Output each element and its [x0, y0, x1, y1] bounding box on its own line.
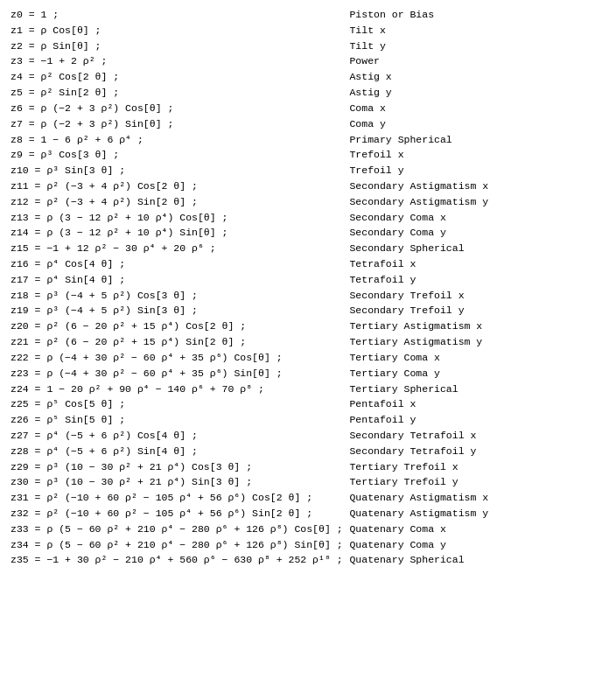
- formula-cell: z2 = ρ Sin[θ] ;: [9, 38, 347, 54]
- table-row: z27 = ρ⁴ (−5 + 6 ρ²) Cos[4 θ] ;Secondary…: [9, 428, 593, 444]
- formula-cell: z33 = ρ (5 − 60 ρ² + 210 ρ⁴ − 280 ρ⁶ + 1…: [9, 522, 347, 537]
- table-row: z2 = ρ Sin[θ] ;Tilt y: [9, 38, 593, 54]
- name-cell: Secondary Tetrafoil x: [347, 428, 593, 444]
- name-cell: Quatenary Coma y: [347, 537, 593, 553]
- table-row: z15 = −1 + 12 ρ² − 30 ρ⁴ + 20 ρ⁶ ;Second…: [9, 241, 593, 256]
- formula-cell: z23 = ρ (−4 + 30 ρ² − 60 ρ⁴ + 35 ρ⁶) Sin…: [9, 366, 347, 382]
- name-cell: Tertiary Astigmatism x: [347, 318, 593, 334]
- table-row: z9 = ρ³ Cos[3 θ] ;Trefoil x: [9, 147, 593, 163]
- name-cell: Secondary Coma x: [347, 210, 593, 226]
- formula-cell: z29 = ρ³ (10 − 30 ρ² + 21 ρ⁴) Cos[3 θ] ;: [9, 459, 347, 475]
- name-cell: Secondary Coma y: [347, 225, 593, 241]
- table-row: z1 = ρ Cos[θ] ;Tilt x: [9, 23, 593, 38]
- formula-cell: z18 = ρ³ (−4 + 5 ρ²) Cos[3 θ] ;: [9, 288, 347, 304]
- table-row: z35 = −1 + 30 ρ² − 210 ρ⁴ + 560 ρ⁶ − 630…: [9, 552, 593, 568]
- name-cell: Coma y: [347, 116, 593, 132]
- name-cell: Tetrafoil x: [347, 256, 593, 272]
- table-row: z14 = ρ (3 − 12 ρ² + 10 ρ⁴) Sin[θ] ;Seco…: [9, 225, 593, 241]
- formula-cell: z4 = ρ² Cos[2 θ] ;: [9, 69, 347, 85]
- name-cell: Tertiary Coma y: [347, 366, 593, 382]
- name-cell: Secondary Tetrafoil y: [347, 444, 593, 459]
- table-row: z22 = ρ (−4 + 30 ρ² − 60 ρ⁴ + 35 ρ⁶) Cos…: [9, 350, 593, 366]
- name-cell: Astig x: [347, 69, 593, 85]
- formula-cell: z11 = ρ² (−3 + 4 ρ²) Cos[2 θ] ;: [9, 178, 347, 194]
- formula-cell: z17 = ρ⁴ Sin[4 θ] ;: [9, 272, 347, 288]
- formula-cell: z0 = 1 ;: [9, 7, 347, 23]
- name-cell: Tertiary Coma x: [347, 350, 593, 366]
- table-row: z6 = ρ (−2 + 3 ρ²) Cos[θ] ;Coma x: [9, 101, 593, 116]
- formula-cell: z27 = ρ⁴ (−5 + 6 ρ²) Cos[4 θ] ;: [9, 428, 347, 444]
- formula-cell: z32 = ρ² (−10 + 60 ρ² − 105 ρ⁴ + 56 ρ⁶) …: [9, 506, 347, 522]
- table-row: z10 = ρ³ Sin[3 θ] ;Trefoil y: [9, 163, 593, 178]
- formula-cell: z13 = ρ (3 − 12 ρ² + 10 ρ⁴) Cos[θ] ;: [9, 210, 347, 226]
- table-row: z34 = ρ (5 − 60 ρ² + 210 ρ⁴ − 280 ρ⁶ + 1…: [9, 537, 593, 553]
- name-cell: Coma x: [347, 101, 593, 116]
- name-cell: Quatenary Spherical: [347, 552, 593, 568]
- name-cell: Tilt x: [347, 23, 593, 38]
- name-cell: Power: [347, 53, 593, 69]
- name-cell: Pentafoil y: [347, 412, 593, 428]
- name-cell: Tilt y: [347, 38, 593, 54]
- formula-cell: z30 = ρ³ (10 − 30 ρ² + 21 ρ⁴) Sin[3 θ] ;: [9, 474, 347, 490]
- table-row: z11 = ρ² (−3 + 4 ρ²) Cos[2 θ] ;Secondary…: [9, 178, 593, 194]
- formula-cell: z14 = ρ (3 − 12 ρ² + 10 ρ⁴) Sin[θ] ;: [9, 225, 347, 241]
- formula-cell: z7 = ρ (−2 + 3 ρ²) Sin[θ] ;: [9, 116, 347, 132]
- table-row: z8 = 1 − 6 ρ² + 6 ρ⁴ ;Primary Spherical: [9, 132, 593, 148]
- name-cell: Astig y: [347, 85, 593, 101]
- table-row: z23 = ρ (−4 + 30 ρ² − 60 ρ⁴ + 35 ρ⁶) Sin…: [9, 366, 593, 382]
- name-cell: Tertiary Spherical: [347, 382, 593, 397]
- name-cell: Tetrafoil y: [347, 272, 593, 288]
- table-row: z28 = ρ⁴ (−5 + 6 ρ²) Sin[4 θ] ;Secondary…: [9, 444, 593, 459]
- name-cell: Secondary Astigmatism y: [347, 194, 593, 210]
- table-row: z21 = ρ² (6 − 20 ρ² + 15 ρ⁴) Sin[2 θ] ;T…: [9, 334, 593, 350]
- name-cell: Pentafoil x: [347, 396, 593, 412]
- name-cell: Piston or Bias: [347, 7, 593, 23]
- table-row: z33 = ρ (5 − 60 ρ² + 210 ρ⁴ − 280 ρ⁶ + 1…: [9, 522, 593, 537]
- table-row: z31 = ρ² (−10 + 60 ρ² − 105 ρ⁴ + 56 ρ⁶) …: [9, 490, 593, 506]
- name-cell: Tertiary Astigmatism y: [347, 334, 593, 350]
- name-cell: Trefoil x: [347, 147, 593, 163]
- name-cell: Secondary Trefoil x: [347, 288, 593, 304]
- table-row: z18 = ρ³ (−4 + 5 ρ²) Cos[3 θ] ;Secondary…: [9, 288, 593, 304]
- formula-cell: z10 = ρ³ Sin[3 θ] ;: [9, 163, 347, 178]
- formula-cell: z24 = 1 − 20 ρ² + 90 ρ⁴ − 140 ρ⁶ + 70 ρ⁸…: [9, 382, 347, 397]
- formula-cell: z35 = −1 + 30 ρ² − 210 ρ⁴ + 560 ρ⁶ − 630…: [9, 552, 347, 568]
- table-row: z19 = ρ³ (−4 + 5 ρ²) Sin[3 θ] ;Secondary…: [9, 303, 593, 318]
- formula-cell: z34 = ρ (5 − 60 ρ² + 210 ρ⁴ − 280 ρ⁶ + 1…: [9, 537, 347, 553]
- name-cell: Secondary Spherical: [347, 241, 593, 256]
- formula-cell: z22 = ρ (−4 + 30 ρ² − 60 ρ⁴ + 35 ρ⁶) Cos…: [9, 350, 347, 366]
- name-cell: Quatenary Astigmatism x: [347, 490, 593, 506]
- table-row: z26 = ρ⁵ Sin[5 θ] ;Pentafoil y: [9, 412, 593, 428]
- name-cell: Quatenary Coma x: [347, 522, 593, 537]
- formula-cell: z15 = −1 + 12 ρ² − 30 ρ⁴ + 20 ρ⁶ ;: [9, 241, 347, 256]
- formula-cell: z16 = ρ⁴ Cos[4 θ] ;: [9, 256, 347, 272]
- table-row: z12 = ρ² (−3 + 4 ρ²) Sin[2 θ] ;Secondary…: [9, 194, 593, 210]
- name-cell: Tertiary Trefoil x: [347, 459, 593, 475]
- name-cell: Tertiary Trefoil y: [347, 474, 593, 490]
- table-row: z7 = ρ (−2 + 3 ρ²) Sin[θ] ;Coma y: [9, 116, 593, 132]
- table-row: z13 = ρ (3 − 12 ρ² + 10 ρ⁴) Cos[θ] ;Seco…: [9, 210, 593, 226]
- table-row: z4 = ρ² Cos[2 θ] ;Astig x: [9, 69, 593, 85]
- table-row: z24 = 1 − 20 ρ² + 90 ρ⁴ − 140 ρ⁶ + 70 ρ⁸…: [9, 382, 593, 397]
- table-row: z25 = ρ⁵ Cos[5 θ] ;Pentafoil x: [9, 396, 593, 412]
- table-row: z20 = ρ² (6 − 20 ρ² + 15 ρ⁴) Cos[2 θ] ;T…: [9, 318, 593, 334]
- name-cell: Secondary Trefoil y: [347, 303, 593, 318]
- formula-cell: z21 = ρ² (6 − 20 ρ² + 15 ρ⁴) Sin[2 θ] ;: [9, 334, 347, 350]
- formula-cell: z8 = 1 − 6 ρ² + 6 ρ⁴ ;: [9, 132, 347, 148]
- name-cell: Trefoil y: [347, 163, 593, 178]
- formula-cell: z3 = −1 + 2 ρ² ;: [9, 53, 347, 69]
- name-cell: Quatenary Astigmatism y: [347, 506, 593, 522]
- table-row: z17 = ρ⁴ Sin[4 θ] ;Tetrafoil y: [9, 272, 593, 288]
- table-row: z32 = ρ² (−10 + 60 ρ² − 105 ρ⁴ + 56 ρ⁶) …: [9, 506, 593, 522]
- table-row: z29 = ρ³ (10 − 30 ρ² + 21 ρ⁴) Cos[3 θ] ;…: [9, 459, 593, 475]
- formula-cell: z20 = ρ² (6 − 20 ρ² + 15 ρ⁴) Cos[2 θ] ;: [9, 318, 347, 334]
- name-cell: Primary Spherical: [347, 132, 593, 148]
- formula-cell: z26 = ρ⁵ Sin[5 θ] ;: [9, 412, 347, 428]
- formula-cell: z19 = ρ³ (−4 + 5 ρ²) Sin[3 θ] ;: [9, 303, 347, 318]
- formula-cell: z31 = ρ² (−10 + 60 ρ² − 105 ρ⁴ + 56 ρ⁶) …: [9, 490, 347, 506]
- table-row: z5 = ρ² Sin[2 θ] ;Astig y: [9, 85, 593, 101]
- formula-cell: z5 = ρ² Sin[2 θ] ;: [9, 85, 347, 101]
- zernike-table: z0 = 1 ;Piston or Biasz1 = ρ Cos[θ] ;Til…: [9, 7, 593, 568]
- formula-cell: z25 = ρ⁵ Cos[5 θ] ;: [9, 396, 347, 412]
- formula-cell: z1 = ρ Cos[θ] ;: [9, 23, 347, 38]
